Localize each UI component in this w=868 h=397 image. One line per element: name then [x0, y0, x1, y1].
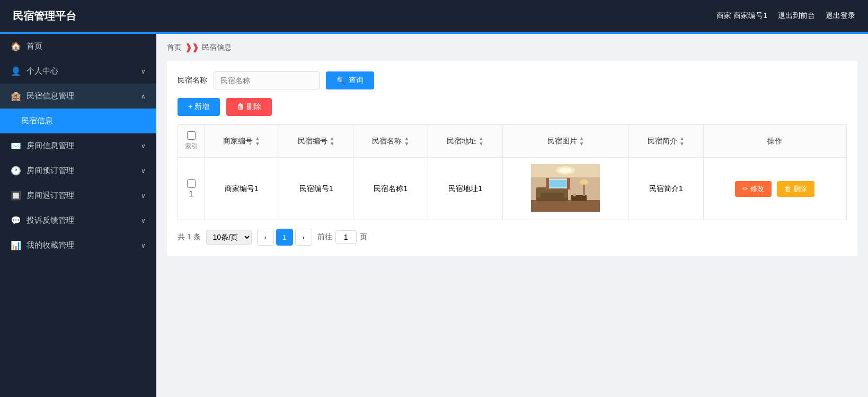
header: 民宿管理平台 商家 商家编号1 退出到前台 退出登录: [0, 0, 868, 32]
exit-front-button[interactable]: 退出到前台: [778, 11, 815, 21]
sort-icon-minsu-addr[interactable]: ▲▼: [479, 136, 484, 147]
row-minsu-addr: 民宿地址1: [428, 158, 503, 220]
sidebar-item-cancel-mgmt-label: 房间退订管理: [26, 191, 74, 201]
chevron-down-icon2: ∨: [141, 142, 146, 150]
search-icon: 🔍: [336, 76, 346, 85]
total-count: 共 1 条: [178, 232, 201, 242]
minsu-image: [531, 164, 600, 212]
page-nav: ‹ 1 ›: [257, 229, 312, 246]
table-header-merchant-no: 商家编号 ▲▼: [205, 125, 279, 158]
sidebar-item-home[interactable]: 🏠 首页: [0, 34, 156, 59]
search-button-label: 查询: [349, 76, 364, 85]
row-minsu-name: 民宿名称1: [353, 158, 428, 220]
table-row: 1 商家编号1 民宿编号1 民宿名称1 民宿地址1: [178, 158, 847, 220]
sidebar-item-complaint-mgmt[interactable]: 💬 投诉反馈管理 ∨: [0, 208, 156, 233]
breadcrumb-home[interactable]: 首页: [167, 43, 182, 52]
sidebar-item-room-mgmt-label: 房间信息管理: [26, 141, 74, 151]
data-table: 索引 商家编号 ▲▼ 民宿编号 ▲▼: [178, 124, 847, 220]
edit-label: 修改: [750, 184, 764, 194]
next-page-button[interactable]: ›: [295, 229, 312, 246]
row-checkbox-cell: 1: [178, 158, 205, 220]
chevron-down-icon6: ∨: [141, 242, 146, 249]
pagination-row: 共 1 条 10条/页 20条/页 50条/页 ‹ 1 › 前往 页: [178, 229, 847, 246]
table-header-checkbox: 索引: [178, 125, 205, 158]
room-mgmt-icon: ✉️: [11, 141, 21, 151]
sidebar-item-favorites-mgmt-label: 我的收藏管理: [26, 240, 74, 250]
svg-rect-16: [546, 178, 549, 190]
chevron-up-icon: ∧: [141, 93, 146, 100]
exit-login-button[interactable]: 退出登录: [826, 11, 855, 21]
sort-icon-minsu-no[interactable]: ▲▼: [330, 136, 335, 147]
goto-prefix: 前往: [317, 232, 332, 242]
sidebar-item-favorites-mgmt[interactable]: 📊 我的收藏管理 ∨: [0, 233, 156, 258]
svg-rect-15: [548, 180, 567, 187]
sort-icon-minsu-img[interactable]: ▲▼: [579, 136, 584, 147]
row-merchant-no: 商家编号1: [205, 158, 279, 220]
chevron-down-icon5: ∨: [141, 217, 146, 224]
index-label: 索引: [185, 142, 198, 150]
search-row: 民宿名称 🔍 查询: [178, 71, 847, 89]
row-minsu-intro: 民宿简介1: [628, 158, 703, 220]
sidebar-item-home-label: 首页: [26, 41, 42, 51]
row-minsu-img: [502, 158, 628, 220]
content-card: 民宿名称 🔍 查询 + 新增 🗑 删除: [167, 61, 857, 256]
sidebar-item-minsu-mgmt[interactable]: 🏨 民宿信息管理 ∧: [0, 84, 156, 109]
svg-point-11: [573, 193, 576, 196]
table-header-row: 索引 商家编号 ▲▼ 民宿编号 ▲▼: [178, 125, 847, 158]
search-label: 民宿名称: [178, 76, 207, 85]
batch-delete-button[interactable]: 🗑 删除: [226, 98, 272, 116]
sidebar-item-booking-mgmt-label: 房间预订管理: [26, 166, 74, 176]
user-info: 商家 商家编号1: [716, 11, 767, 21]
sidebar-item-profile[interactable]: 👤 个人中心 ∨: [0, 59, 156, 84]
app-title: 民宿管理平台: [13, 9, 76, 23]
select-all-checkbox[interactable]: [187, 131, 196, 140]
delete-label: 删除: [793, 184, 807, 194]
chevron-down-icon3: ∨: [141, 167, 146, 175]
sidebar-item-cancel-mgmt[interactable]: 🔲 房间退订管理 ∨: [0, 183, 156, 208]
row-index: 1: [189, 190, 193, 198]
search-button[interactable]: 🔍 查询: [326, 71, 374, 89]
page-size-select[interactable]: 10条/页 20条/页 50条/页: [206, 230, 252, 245]
sidebar-item-minsu-info[interactable]: 民宿信息: [0, 109, 156, 133]
table-header-minsu-name: 民宿名称 ▲▼: [353, 125, 428, 158]
svg-rect-5: [531, 200, 600, 212]
page-goto: 前往 页: [317, 230, 367, 244]
add-button[interactable]: + 新增: [178, 98, 220, 116]
table-header-minsu-addr: 民宿地址 ▲▼: [428, 125, 503, 158]
search-input[interactable]: [214, 71, 320, 89]
sidebar-item-minsu-mgmt-label: 民宿信息管理: [26, 91, 74, 101]
row-operation: ✏ 修改 🗑 删除: [703, 158, 846, 220]
sidebar-item-room-mgmt[interactable]: ✉️ 房间信息管理 ∨: [0, 133, 156, 158]
row-minsu-no: 民宿编号1: [279, 158, 353, 220]
minsu-mgmt-icon: 🏨: [11, 91, 21, 101]
sidebar-item-complaint-mgmt-label: 投诉反馈管理: [26, 215, 74, 225]
header-right: 商家 商家编号1 退出到前台 退出登录: [716, 11, 855, 21]
row-delete-button[interactable]: 🗑 删除: [777, 181, 814, 197]
breadcrumb-separator: ❱❱: [185, 42, 199, 52]
svg-point-13: [580, 179, 588, 185]
chevron-down-icon4: ∨: [141, 192, 146, 200]
main-content: 首页 ❱❱ 民宿信息 民宿名称 🔍 查询 + 新增 🗑 删除: [156, 34, 868, 397]
current-page-button[interactable]: 1: [276, 229, 293, 246]
goto-suffix: 页: [360, 232, 367, 242]
svg-rect-8: [536, 187, 541, 198]
sidebar-item-booking-mgmt[interactable]: 🕐 房间预订管理 ∨: [0, 158, 156, 183]
sort-icon-merchant-no[interactable]: ▲▼: [255, 136, 260, 147]
sidebar-item-minsu-info-label: 民宿信息: [21, 116, 53, 126]
prev-page-button[interactable]: ‹: [257, 229, 274, 246]
sort-icon-minsu-intro[interactable]: ▲▼: [679, 136, 685, 147]
profile-icon: 👤: [11, 66, 21, 76]
breadcrumb-current: 民宿信息: [202, 43, 232, 52]
goto-page-input[interactable]: [335, 230, 357, 244]
sidebar-item-profile-label: 个人中心: [26, 66, 58, 76]
delete-icon: 🗑: [784, 185, 791, 193]
svg-rect-17: [567, 178, 570, 190]
edit-button[interactable]: ✏ 修改: [735, 181, 772, 197]
booking-mgmt-icon: 🕐: [11, 166, 21, 176]
action-row: + 新增 🗑 删除: [178, 98, 847, 116]
chevron-down-icon: ∨: [141, 68, 146, 75]
table-header-minsu-intro: 民宿简介 ▲▼: [628, 125, 703, 158]
row-checkbox[interactable]: [187, 179, 196, 188]
home-icon: 🏠: [11, 41, 21, 51]
sort-icon-minsu-name[interactable]: ▲▼: [404, 136, 409, 147]
